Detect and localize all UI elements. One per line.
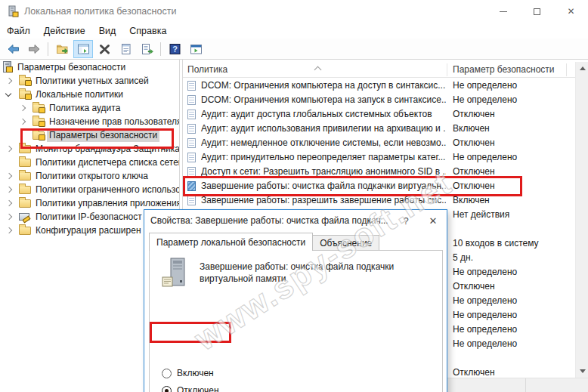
- tree-item-label: Параметры безопасности: [47, 128, 159, 142]
- radio-label: Отключен: [177, 385, 219, 392]
- radio-enabled[interactable]: Включен: [162, 367, 214, 379]
- policy-row[interactable]: Завершение работы: разрешить завершение …: [183, 193, 576, 208]
- forward-button[interactable]: [24, 40, 44, 58]
- ip-security-icon: [19, 213, 29, 221]
- policy-name: Аудит: принудительно переопределяет пара…: [201, 150, 446, 165]
- help-icon: ?: [169, 43, 181, 55]
- export-button[interactable]: [52, 40, 72, 58]
- delete-x-icon: [98, 43, 111, 55]
- chevron-right-icon[interactable]: [6, 173, 12, 179]
- folder-lock-icon: [32, 118, 45, 126]
- minimize-icon: [500, 11, 507, 12]
- policy-row-selected[interactable]: Завершение работы: очистка файла подкачк…: [183, 179, 576, 193]
- properties-dialog: Свойства: Завершение работы: очистка фай…: [144, 209, 447, 392]
- tree-item-security-settings-root[interactable]: Параметры безопасности: [0, 60, 180, 74]
- vertical-scrollbar[interactable]: [575, 62, 588, 378]
- dialog-help-button[interactable]: ?: [394, 210, 418, 231]
- show-console-tree-button[interactable]: [73, 40, 93, 58]
- tree-item-label: Локальные политики: [33, 88, 125, 101]
- tree-item-label: Политики ограниченного использо: [33, 183, 180, 196]
- tree-item-account-policies[interactable]: Политики учетных записей: [0, 74, 180, 88]
- policy-name: Аудит: аудит использования привилегии на…: [201, 122, 446, 136]
- scroll-down-button[interactable]: [576, 365, 588, 378]
- policy-name: DCOM: Ограничения компьютера на доступ в…: [201, 79, 446, 93]
- tree-item-public-key-policies[interactable]: Политики открытого ключа: [0, 169, 180, 183]
- help-button[interactable]: ?: [165, 40, 184, 58]
- policy-row[interactable]: DCOM: Ограничения компьютера на доступ в…: [183, 79, 576, 93]
- chevron-down-icon[interactable]: [5, 91, 11, 97]
- policy-doc-icon: [187, 153, 196, 162]
- tree-item-local-policies[interactable]: Локальные политики: [0, 88, 180, 101]
- chevron-right-icon[interactable]: [20, 105, 26, 111]
- tree-item-label: Монитор брандмауэра Защитника: [33, 142, 180, 156]
- tree-item-software-restriction[interactable]: Политики ограниченного использо: [0, 183, 180, 196]
- back-button[interactable]: [3, 40, 23, 58]
- policy-row[interactable]: Аудит: принудительно переопределяет пара…: [183, 150, 576, 165]
- policy-doc-icon: [187, 110, 196, 119]
- dialog-close-button[interactable]: ✕: [421, 210, 445, 231]
- column-header-security-setting[interactable]: Параметр безопасности: [453, 62, 565, 78]
- chevron-right-icon[interactable]: [6, 214, 12, 220]
- new-window-icon: [190, 43, 203, 55]
- policy-doc-icon: [187, 138, 196, 148]
- new-window-button[interactable]: [186, 40, 206, 58]
- policy-value: 10 входов в систему: [453, 236, 566, 251]
- tree-item-label: Конфигурация расширен: [33, 224, 144, 237]
- tree-item-app-control[interactable]: Политики управления приложения: [0, 196, 180, 210]
- maximize-button[interactable]: [520, 0, 554, 23]
- chevron-right-icon[interactable]: [6, 227, 12, 233]
- folder-icon: [19, 159, 31, 167]
- policy-value: Не определено: [453, 337, 566, 351]
- minimize-button[interactable]: [486, 0, 520, 23]
- chevron-right-icon[interactable]: [6, 78, 12, 84]
- menu-help[interactable]: Справка: [122, 24, 173, 38]
- scroll-up-button[interactable]: [576, 62, 588, 75]
- policy-name: DCOM: Ограничения компьютера на запуск в…: [201, 93, 446, 107]
- radio-disabled[interactable]: Отключен: [162, 384, 219, 392]
- tree-item-label: Параметры безопасности: [15, 60, 128, 74]
- folder-lock-icon: [32, 131, 45, 140]
- policy-value: Отключен: [453, 107, 566, 122]
- policy-server-icon: [160, 258, 190, 289]
- policy-row[interactable]: Доступ к сети: Разрешить трансляцию анон…: [183, 165, 576, 179]
- server-lock-icon: [3, 61, 11, 73]
- policy-value: Не определено: [453, 93, 566, 107]
- properties-button[interactable]: [116, 40, 135, 58]
- chevron-right-icon[interactable]: [6, 200, 12, 206]
- radio-unchecked-icon[interactable]: [162, 369, 172, 378]
- policy-row[interactable]: Аудит: немедленное отключение системы, е…: [183, 136, 576, 150]
- close-button[interactable]: ✕: [554, 0, 588, 23]
- tree-item-label: Назначение прав пользователя: [47, 115, 180, 128]
- policy-value: Отключен: [453, 179, 566, 193]
- dialog-tabs: Параметр локальной безопасности Объяснен…: [149, 233, 379, 251]
- policy-row[interactable]: DCOM: Ограничения компьютера на запуск в…: [183, 93, 576, 107]
- policy-value: Не определено: [453, 79, 566, 93]
- tree-item-user-rights[interactable]: Назначение прав пользователя: [0, 115, 180, 128]
- chevron-right-icon[interactable]: [6, 187, 12, 193]
- folder-lock-icon: [19, 91, 31, 99]
- tab-local-security-setting[interactable]: Параметр локальной безопасности: [149, 233, 313, 251]
- tree-item-firewall-monitor[interactable]: Монитор брандмауэра Защитника: [0, 142, 180, 156]
- menu-action[interactable]: Действие: [37, 24, 92, 38]
- toolbar-separator: [48, 42, 48, 56]
- menu-file[interactable]: Файл: [0, 24, 37, 38]
- policy-row[interactable]: Аудит: аудит использования привилегии на…: [183, 122, 576, 136]
- policy-name: Аудит: немедленное отключение системы, е…: [201, 136, 446, 150]
- dialog-tab-content: Завершение работы: очистка файла подкачк…: [149, 250, 443, 392]
- radio-checked-icon[interactable]: [162, 386, 172, 392]
- folder-icon: [19, 199, 31, 208]
- menu-view[interactable]: Вид: [92, 24, 123, 38]
- tree-item-audit-policy[interactable]: Политика аудита: [0, 101, 180, 115]
- tree-item-network-list-manager[interactable]: Политики диспетчера списка сетей: [0, 156, 180, 169]
- column-separator[interactable]: [566, 63, 567, 76]
- tab-explain[interactable]: Объяснение: [313, 235, 379, 251]
- export-list-button[interactable]: [137, 40, 156, 58]
- chevron-right-icon[interactable]: [6, 146, 12, 152]
- chevron-right-icon[interactable]: [20, 119, 26, 125]
- tree-item-security-options[interactable]: Параметры безопасности: [0, 128, 180, 142]
- policy-name: Аудит: аудит доступа глобальных системны…: [201, 107, 446, 122]
- folder-lock-icon: [32, 104, 45, 113]
- column-separator[interactable]: [447, 63, 447, 76]
- delete-button[interactable]: [94, 40, 114, 58]
- policy-row[interactable]: Аудит: аудит доступа глобальных системны…: [183, 107, 576, 122]
